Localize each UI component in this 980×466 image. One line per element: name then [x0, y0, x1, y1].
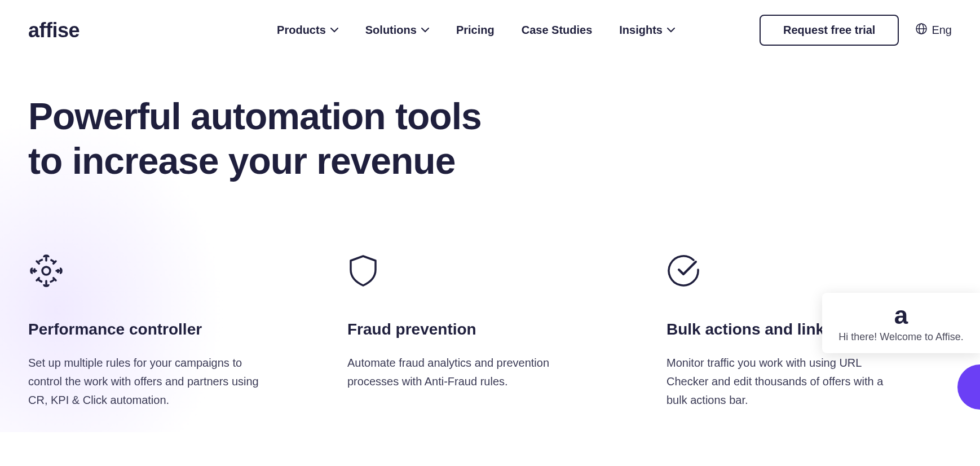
nav-pricing-label: Pricing — [456, 24, 495, 37]
chevron-down-icon — [421, 27, 429, 34]
shield-icon — [347, 251, 387, 291]
feature-performance-desc: Set up multiple rules for your campaigns… — [28, 354, 265, 410]
feature-fraud-desc: Automate fraud analytics and prevention … — [347, 354, 584, 391]
hero-title-line1: Powerful automation tools — [28, 95, 482, 137]
feature-fraud-title: Fraud prevention — [347, 319, 584, 340]
nav-products[interactable]: Products — [277, 24, 338, 37]
main-content: Powerful automation tools to increase yo… — [0, 60, 980, 432]
nav-solutions[interactable]: Solutions — [365, 24, 429, 37]
nav-pricing[interactable]: Pricing — [456, 24, 495, 37]
feature-performance-title: Performance controller — [28, 319, 265, 340]
language-label: Eng — [932, 24, 952, 37]
chat-greeting: Hi there! Welcome to Affise. — [838, 331, 963, 343]
nav-insights[interactable]: Insights — [619, 24, 675, 37]
hero-title: Powerful automation tools to increase yo… — [28, 94, 592, 183]
nav-products-label: Products — [277, 24, 326, 37]
features-grid: Performance controller Set up multiple r… — [28, 251, 952, 410]
svg-point-3 — [42, 267, 50, 275]
chevron-down-icon — [667, 27, 675, 34]
feature-performance: Performance controller Set up multiple r… — [28, 251, 265, 410]
globe-icon — [916, 23, 927, 37]
chat-widget[interactable]: a Hi there! Welcome to Affise. — [822, 293, 980, 353]
check-circle-icon — [666, 251, 706, 291]
site-header: affise Products Solutions Pricing Case S… — [0, 0, 980, 60]
gear-icon — [28, 251, 68, 291]
request-trial-button[interactable]: Request free trial — [760, 15, 899, 46]
nav-insights-label: Insights — [619, 24, 663, 37]
nav-case-studies[interactable]: Case Studies — [522, 24, 593, 37]
feature-bulk-desc: Monitor traffic you work with using URL … — [666, 354, 903, 410]
header-right: Request free trial Eng — [760, 15, 952, 46]
main-nav: Products Solutions Pricing Case Studies … — [277, 24, 675, 37]
brand-logo[interactable]: affise — [28, 19, 80, 42]
feature-fraud: Fraud prevention Automate fraud analytic… — [347, 251, 584, 410]
chat-logo: a — [894, 303, 908, 328]
language-selector[interactable]: Eng — [916, 23, 952, 37]
hero-title-line2: to increase your revenue — [28, 140, 455, 182]
nav-case-studies-label: Case Studies — [522, 24, 593, 37]
nav-solutions-label: Solutions — [365, 24, 417, 37]
chevron-down-icon — [330, 27, 338, 34]
